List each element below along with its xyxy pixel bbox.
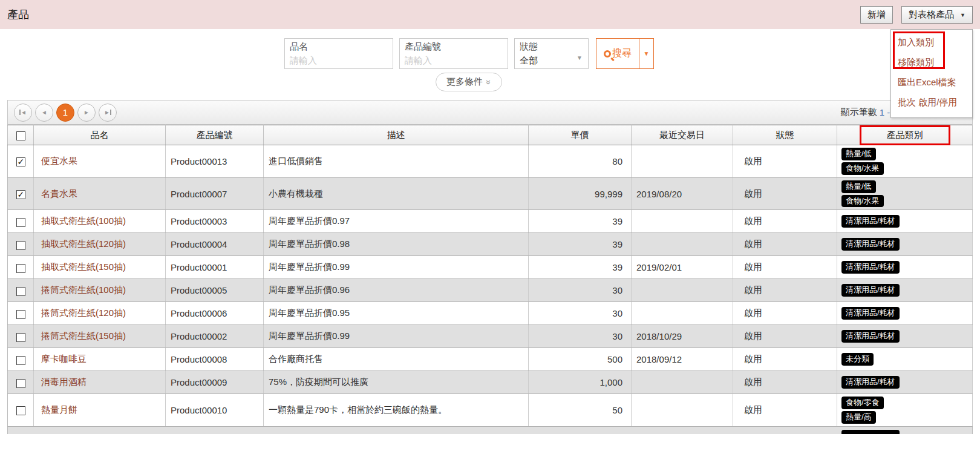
product-name-link[interactable]: 摩卡咖啡豆 [41, 354, 87, 364]
status-select[interactable]: 狀態 全部 ▼ [514, 38, 589, 69]
row-checkbox[interactable] [16, 218, 25, 227]
product-name-link[interactable]: 熱量月餅 [41, 404, 77, 415]
code-search-input[interactable]: 產品編號 請輸入 [399, 38, 508, 69]
row-checkbox[interactable] [16, 406, 25, 415]
category-tag: 食物/水果 [841, 162, 884, 175]
status-select-label: 狀態 [520, 41, 583, 53]
category-tags: 清潔用品/耗材 [841, 284, 972, 297]
product-code: Product00003 [166, 210, 264, 233]
last-page-button[interactable]: ► [99, 104, 117, 122]
category-tag: 食物/零食 [841, 397, 884, 409]
product-name-link[interactable]: 名貴水果 [41, 188, 77, 199]
category-tags: 清潔用品/耗材 [841, 376, 972, 389]
menu-item[interactable]: 匯出Excel檔案 [891, 73, 972, 93]
product-status: 啟用 [733, 210, 837, 233]
header-date[interactable]: 最近交易日 [632, 125, 733, 145]
category-tag: 清潔用品/耗材 [841, 238, 900, 251]
add-button[interactable]: 新增 [860, 6, 893, 24]
product-date: 2018/09/12 [632, 348, 733, 371]
category-tag: 未分類 [841, 353, 874, 366]
row-checkbox[interactable] [16, 157, 25, 166]
product-date [632, 279, 733, 302]
product-price: 30 [529, 325, 632, 348]
header-price[interactable]: 單價 [529, 125, 632, 145]
product-name-link[interactable]: 捲筒式衛生紙(120抽) [41, 308, 126, 318]
row-checkbox[interactable] [16, 310, 25, 319]
table-row[interactable]: 消毒用酒精 Product00009 75%，防疫期間可以推廣 1,000 啟用… [8, 371, 973, 394]
row-checkbox[interactable] [16, 356, 25, 365]
product-name-link[interactable]: 抽取式衛生紙(100抽) [41, 216, 126, 226]
code-search-label: 產品編號 [405, 41, 503, 53]
table-row[interactable]: 捲筒式衛生紙(100抽) Product00005 周年慶單品折價0.96 30… [8, 279, 973, 302]
row-checkbox[interactable] [16, 333, 25, 342]
product-name-link[interactable]: 捲筒式衛生紙(100抽) [41, 285, 126, 295]
more-conditions-button[interactable]: 更多條件 » [436, 73, 502, 91]
table-header-row: 品名 產品編號 描述 單價 最近交易日 狀態 產品類別 [8, 125, 973, 145]
category-tags: 清潔用品/耗材 [841, 261, 972, 274]
product-status: 啟用 [733, 371, 837, 394]
product-code: Product00005 [166, 279, 264, 302]
select-all-checkbox[interactable] [16, 131, 25, 140]
table-row[interactable]: 抽取式衛生紙(150抽) Product00001 周年慶單品折價0.99 39… [8, 256, 973, 279]
product-status: 啟用 [733, 302, 837, 325]
product-desc: 周年慶單品折價0.99 [264, 325, 529, 348]
status-select-value: 全部 [520, 55, 583, 67]
product-status: 啟用 [733, 177, 837, 210]
product-status: 啟用 [733, 145, 837, 178]
name-search-placeholder: 請輸入 [290, 55, 388, 67]
bulk-actions-button[interactable]: 對表格產品▼ [901, 6, 973, 24]
product-date [632, 233, 733, 256]
table-row[interactable]: 抽取式衛生紙(100抽) Product00003 周年慶單品折價0.97 39… [8, 210, 973, 233]
table-row[interactable]: 抽取式衛生紙(120抽) Product00004 周年慶單品折價0.98 39… [8, 233, 973, 256]
product-code: Product00009 [166, 371, 264, 394]
name-search-input[interactable]: 品名 請輸入 [284, 38, 393, 69]
partial-next-row [7, 427, 973, 434]
product-price: 39 [529, 210, 632, 233]
next-page-icon: ► [83, 109, 90, 116]
next-page-button[interactable]: ► [77, 104, 96, 122]
row-checkbox[interactable] [16, 241, 25, 250]
category-tags: 清潔用品/耗材 [841, 307, 972, 320]
current-page-button[interactable]: 1 [56, 104, 74, 122]
row-checkbox[interactable] [16, 264, 25, 273]
last-page-icon: ► [104, 109, 110, 116]
category-tag: 清潔用品/耗材 [841, 284, 900, 297]
header-status[interactable]: 狀態 [733, 125, 837, 145]
top-bar: 產品 新增 對表格產品▼ 加入類別移除類別匯出Excel檔案批次 啟用/停用 [0, 0, 980, 29]
product-name-link[interactable]: 捲筒式衛生紙(150抽) [41, 331, 126, 341]
product-name-link[interactable]: 抽取式衛生紙(150抽) [41, 262, 126, 272]
search-area: 品名 請輸入 產品編號 請輸入 狀態 全部 ▼ 搜尋 ▼ 更多條件 » [0, 29, 980, 100]
header-desc[interactable]: 描述 [264, 125, 529, 145]
table-row[interactable]: 名貴水果 Product00007 小農有機栽種 99,999 2019/08/… [8, 177, 973, 210]
menu-item[interactable]: 移除類別 [891, 53, 972, 73]
table-row[interactable]: 便宜水果 Product00013 進口低價銷售 80 啟用 熱量/低食物/水果 [8, 145, 973, 178]
product-name-link[interactable]: 便宜水果 [41, 156, 77, 166]
search-options-toggle[interactable]: ▼ [639, 39, 653, 68]
table-row[interactable]: 捲筒式衛生紙(150抽) Product00002 周年慶單品折價0.99 30… [8, 325, 973, 348]
table-row[interactable]: 熱量月餅 Product00010 一顆熱量是790卡，相當於約三碗飯的熱量。 … [8, 394, 973, 427]
search-button[interactable]: 搜尋 [596, 39, 639, 68]
header-category[interactable]: 產品類別 [837, 125, 973, 145]
table-row[interactable]: 摩卡咖啡豆 Product00008 合作廠商托售 500 2018/09/12… [8, 348, 973, 371]
product-table: 品名 產品編號 描述 單價 最近交易日 狀態 產品類別 便宜水果 Product… [7, 125, 973, 427]
product-desc: 一顆熱量是790卡，相當於約三碗飯的熱量。 [264, 394, 529, 427]
product-date [632, 145, 733, 178]
product-name-link[interactable]: 消毒用酒精 [41, 377, 87, 387]
first-page-button[interactable]: ◄ [14, 104, 32, 122]
category-tag: 清潔用品/耗材 [841, 261, 900, 274]
category-tags: 熱量/低食物/水果 [841, 180, 972, 208]
category-tag: 熱量/低 [841, 148, 876, 160]
chevron-down-icon: ▼ [577, 54, 583, 61]
product-code: Product00002 [166, 325, 264, 348]
row-checkbox[interactable] [16, 287, 25, 296]
menu-item[interactable]: 批次 啟用/停用 [891, 93, 972, 113]
row-checkbox[interactable] [16, 190, 25, 199]
product-name-link[interactable]: 抽取式衛生紙(120抽) [41, 239, 126, 249]
header-name[interactable]: 品名 [34, 125, 166, 145]
header-code[interactable]: 產品編號 [166, 125, 264, 145]
prev-page-button[interactable]: ◄ [35, 104, 53, 122]
menu-item[interactable]: 加入類別 [891, 33, 972, 53]
row-checkbox[interactable] [16, 379, 25, 388]
category-tags: 食物/零食熱量/高 [841, 397, 972, 424]
table-row[interactable]: 捲筒式衛生紙(120抽) Product00006 周年慶單品折價0.95 30… [8, 302, 973, 325]
